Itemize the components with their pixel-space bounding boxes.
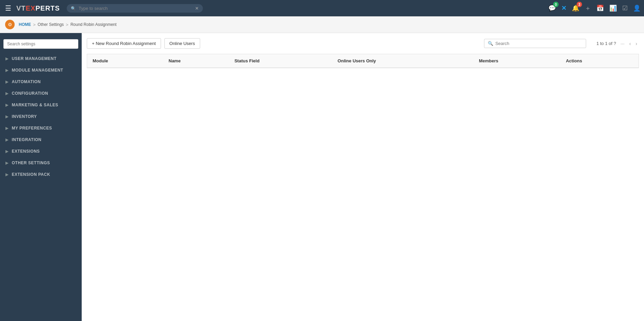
sidebar-search-wrap[interactable]: [3, 39, 78, 49]
prev-page-button[interactable]: ‹: [628, 40, 633, 47]
sidebar-item-module-management[interactable]: ▶ MODULE MANAGEMENT: [0, 64, 82, 76]
sidebar-item-label: MARKETING & SALES: [12, 103, 59, 107]
breadcrumb-current-page: Round Robin Assignment: [70, 22, 116, 27]
logo-x: X: [31, 4, 35, 12]
add-icon-wrap[interactable]: ＋: [585, 4, 591, 12]
breadcrumb-sep1: >: [33, 22, 36, 27]
pagination-nav: ··· ‹ ›: [619, 40, 639, 47]
chat-badge: 0: [553, 2, 559, 7]
navbar-right: 💬 0 ✕ 🔔 3 ＋ 📅 📊 ☑ 👤: [548, 4, 641, 12]
col-members: Members: [473, 54, 561, 68]
new-round-robin-button[interactable]: + New Round Robin Assignment: [87, 38, 161, 49]
hamburger-menu[interactable]: ☰: [3, 2, 13, 14]
table-search-icon: 🔍: [488, 41, 493, 46]
sidebar-item-label: INTEGRATION: [12, 137, 42, 142]
chevron-icon: ▶: [5, 103, 9, 107]
sidebar-items: ▶ USER MANAGEMENT ▶ MODULE MANAGEMENT ▶ …: [0, 53, 82, 180]
chevron-icon: ▶: [5, 172, 9, 177]
chevron-icon: ▶: [5, 138, 9, 142]
col-actions: Actions: [560, 54, 639, 68]
sidebar-item-label: OTHER SETTINGS: [12, 160, 50, 165]
content-toolbar: + New Round Robin Assignment Online User…: [87, 38, 639, 49]
check-square-icon-wrap[interactable]: ☑: [622, 4, 628, 12]
bar-chart-icon: 📊: [609, 4, 617, 12]
pagination-info: 1 to 1 of ? ··· ‹ ›: [596, 40, 639, 47]
main-layout: ▶ USER MANAGEMENT ▶ MODULE MANAGEMENT ▶ …: [0, 33, 644, 321]
col-name: Name: [163, 54, 229, 68]
pagination-text: 1 to 1 of ?: [596, 41, 616, 46]
sidebar-item-label: AUTOMATION: [12, 79, 41, 84]
col-online-users-only: Online Users Only: [332, 54, 473, 68]
sidebar-item-label: MODULE MANAGEMENT: [12, 68, 63, 73]
app-logo: VTEXPERTS: [16, 4, 60, 12]
breadcrumb-home[interactable]: HOME: [19, 22, 31, 27]
x-logo-icon: ✕: [561, 4, 566, 12]
sidebar-item-inventory[interactable]: ▶ INVENTORY: [0, 111, 82, 122]
logo-vt: VT: [16, 4, 26, 12]
sidebar-item-integration[interactable]: ▶ INTEGRATION: [0, 134, 82, 146]
bar-chart-icon-wrap[interactable]: 📊: [609, 4, 617, 12]
chevron-icon: ▶: [5, 114, 9, 119]
sidebar-item-automation[interactable]: ▶ AUTOMATION: [0, 76, 82, 88]
calendar-icon: 📅: [596, 4, 604, 12]
sidebar-item-my-preferences[interactable]: ▶ MY PREFERENCES: [0, 122, 82, 134]
calendar-icon-wrap[interactable]: 📅: [596, 4, 604, 12]
logo-ex: E: [26, 4, 31, 12]
chevron-icon: ▶: [5, 68, 9, 73]
sidebar-item-user-management[interactable]: ▶ USER MANAGEMENT: [0, 53, 82, 64]
avatar-icon: 👤: [633, 4, 641, 12]
chevron-icon: ▶: [5, 80, 9, 84]
content-area: + New Round Robin Assignment Online User…: [82, 33, 644, 321]
sidebar-item-extension-pack[interactable]: ▶ EXTENSION PACK: [0, 169, 82, 180]
bell-badge: 3: [577, 2, 582, 7]
sidebar: ▶ USER MANAGEMENT ▶ MODULE MANAGEMENT ▶ …: [0, 33, 82, 321]
sidebar-item-marketing-sales[interactable]: ▶ MARKETING & SALES: [0, 99, 82, 111]
x-logo-wrap[interactable]: ✕: [561, 4, 566, 12]
table-search[interactable]: 🔍: [484, 39, 586, 48]
bell-icon-wrap[interactable]: 🔔 3: [572, 4, 579, 12]
chat-icon-wrap[interactable]: 💬 0: [548, 4, 556, 12]
next-page-button[interactable]: ›: [634, 40, 639, 47]
sidebar-item-label: EXTENSION PACK: [12, 172, 50, 177]
user-avatar[interactable]: 👤: [633, 4, 641, 12]
sidebar-item-configuration[interactable]: ▶ CONFIGURATION: [0, 88, 82, 99]
search-icon: [71, 6, 76, 11]
check-square-icon: ☑: [622, 4, 628, 12]
navbar: ☰ VTEXPERTS ✕ 💬 0 ✕ 🔔 3 ＋ 📅 📊 ☑: [0, 0, 644, 16]
sidebar-item-other-settings[interactable]: ▶ OTHER SETTINGS: [0, 157, 82, 169]
breadcrumb-sep2: >: [66, 22, 68, 27]
sidebar-item-label: INVENTORY: [12, 114, 37, 119]
col-status-field: Status Field: [229, 54, 332, 68]
table-header-row: Module Name Status Field Online Users On…: [87, 54, 639, 68]
ellipsis-button[interactable]: ···: [619, 40, 626, 47]
chevron-icon: ▶: [5, 91, 9, 96]
global-search-input[interactable]: [79, 6, 192, 11]
table-header: Module Name Status Field Online Users On…: [87, 54, 639, 68]
chevron-icon: ▶: [5, 161, 9, 165]
sidebar-item-label: CONFIGURATION: [12, 91, 48, 96]
col-module: Module: [87, 54, 163, 68]
chevron-icon: ▶: [5, 57, 9, 61]
online-users-button[interactable]: Online Users: [164, 38, 200, 49]
global-search[interactable]: ✕: [67, 4, 203, 13]
add-icon: ＋: [585, 4, 591, 12]
sidebar-item-extensions[interactable]: ▶ EXTENSIONS: [0, 146, 82, 157]
sidebar-item-label: USER MANAGEMENT: [12, 56, 57, 61]
settings-gear-icon: ⚙: [5, 20, 15, 29]
chevron-icon: ▶: [5, 126, 9, 131]
chevron-icon: ▶: [5, 149, 9, 154]
breadcrumb: ⚙ HOME > Other Settings > Round Robin As…: [0, 16, 644, 33]
search-clear-icon[interactable]: ✕: [195, 6, 199, 11]
round-robin-table: Module Name Status Field Online Users On…: [87, 54, 639, 68]
sidebar-item-label: EXTENSIONS: [12, 149, 40, 154]
sidebar-item-label: MY PREFERENCES: [12, 126, 52, 131]
logo-perts: PERTS: [35, 4, 60, 12]
table-search-input[interactable]: [495, 41, 582, 46]
gear-symbol: ⚙: [8, 22, 12, 27]
sidebar-search-input[interactable]: [3, 39, 78, 49]
breadcrumb-other-settings: Other Settings: [38, 22, 64, 27]
